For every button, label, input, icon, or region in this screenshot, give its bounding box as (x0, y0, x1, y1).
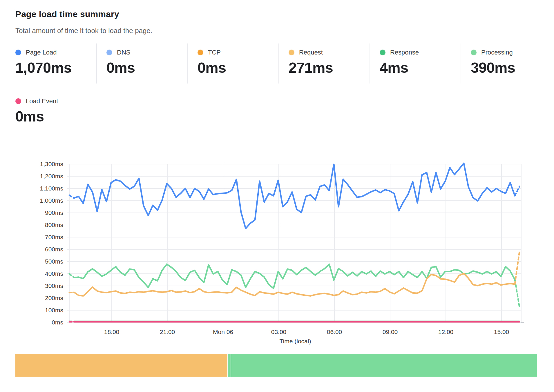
y-tick-label: 500ms (14, 258, 63, 265)
page-load-summary-panel: Page load time summary Total amount of t… (0, 0, 554, 392)
y-tick-label: 1,000ms (14, 197, 63, 204)
series-processing (74, 264, 515, 288)
y-tick-label: 400ms (14, 270, 63, 277)
x-tick-label: 21:00 (147, 328, 188, 336)
x-tick-label: 15:00 (481, 328, 522, 336)
y-tick-label: 1,300ms (14, 160, 63, 168)
y-tick-label: 800ms (14, 221, 63, 229)
x-axis-title: Time (local) (260, 338, 330, 345)
x-tick-label: 12:00 (426, 328, 466, 336)
x-tick-label: 06:00 (314, 328, 355, 336)
x-tick-label: 09:00 (370, 328, 410, 336)
y-tick-label: 900ms (14, 209, 63, 217)
status-segment-operational[interactable] (228, 354, 231, 377)
y-tick-label: 0ms (14, 319, 63, 326)
series-request (74, 273, 515, 296)
x-tick-label: Mon 06 (203, 328, 243, 336)
series-page-load (74, 163, 515, 228)
x-tick-label: 18:00 (91, 328, 132, 336)
y-tick-label: 200ms (14, 294, 63, 302)
y-tick-label: 100ms (14, 306, 63, 314)
status-timeline (15, 354, 538, 377)
status-segment-degraded[interactable] (15, 354, 227, 377)
y-tick-label: 1,200ms (14, 173, 63, 180)
y-tick-label: 600ms (14, 246, 63, 253)
status-segment-operational[interactable] (231, 354, 537, 377)
y-tick-label: 300ms (14, 282, 63, 290)
y-tick-label: 700ms (14, 233, 63, 241)
y-tick-label: 1,100ms (14, 185, 63, 192)
x-tick-label: 03:00 (258, 328, 299, 336)
